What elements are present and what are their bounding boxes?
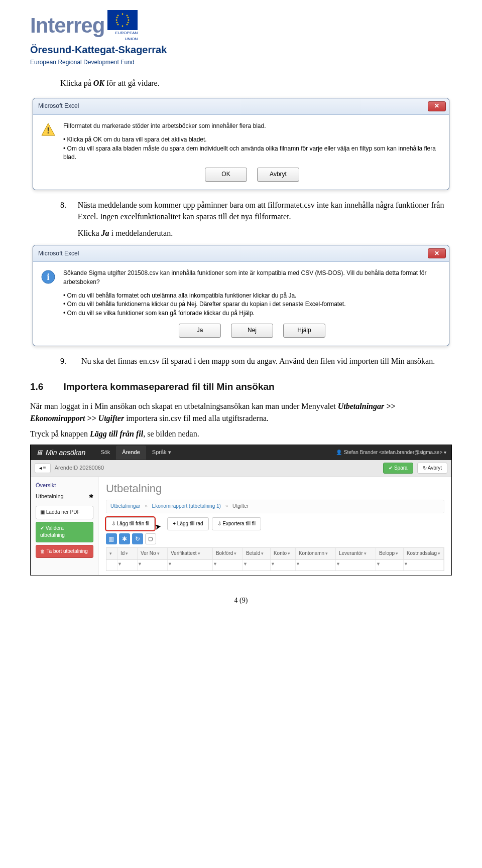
- yes-button[interactable]: Ja: [179, 324, 221, 337]
- sidebar-oversikt[interactable]: Översikt: [36, 482, 93, 490]
- col-bokford[interactable]: Bokförd: [216, 550, 233, 557]
- ok-emphasis: OK: [93, 79, 104, 87]
- svg-point-14: [128, 22, 129, 24]
- col-id[interactable]: Id: [120, 550, 125, 557]
- add-from-file-button[interactable]: ⇩ Lägg till från fil: [106, 517, 155, 531]
- app-subbar: ◂ ≡ ÄrendeID 20260060 ✔ Spara ↻ Avbryt: [31, 460, 451, 477]
- text: När man loggat in i Min ansökan och skap…: [30, 402, 338, 410]
- col-belopp[interactable]: Belopp: [379, 550, 395, 557]
- col-kontonamn[interactable]: Kontonamn: [299, 550, 324, 557]
- section-heading: 1.6 Importera kommaseparerad fil till Mi…: [30, 380, 452, 394]
- text: importera sin.csv fil med alla utgiftsra…: [124, 414, 269, 422]
- export-file-button[interactable]: ⇩ Exportera till fil: [212, 517, 261, 531]
- text: Klicka: [78, 229, 101, 237]
- section-para-2: Tryck på knappen Lägg till från fil, se …: [30, 428, 452, 440]
- breadcrumb-1[interactable]: Utbetalningar: [110, 503, 140, 509]
- tab-sok[interactable]: Sök: [94, 446, 116, 460]
- text: Tryck på knappen: [30, 429, 90, 438]
- arende-id: ÄrendeID 20260060: [55, 464, 104, 472]
- close-button[interactable]: ✕: [428, 101, 446, 111]
- filter-icon-button[interactable]: ▥: [106, 533, 117, 544]
- sidebar-utbetalning[interactable]: Utbetalning ✱: [36, 493, 93, 501]
- ok-button[interactable]: OK: [205, 168, 247, 181]
- cursor-icon: ➤: [154, 521, 162, 533]
- dialog-bullets: Klicka på OK om du bara vill spara det a…: [63, 135, 441, 162]
- svg-point-1: [122, 14, 124, 15]
- breadcrumb: Utbetalningar » Ekonomirapport (utbetaln…: [106, 500, 444, 513]
- funnel-icon[interactable]: ▼: [243, 561, 248, 566]
- user-menu[interactable]: 👤 Stefan Brander <stefan.brander@sigma.s…: [336, 449, 446, 457]
- funnel-icon[interactable]: ▼: [336, 561, 340, 566]
- help-button[interactable]: Hjälp: [283, 324, 325, 337]
- app-sidebar: Översikt Utbetalning ✱ ▣ Ladda ner PDF ✔…: [31, 477, 98, 574]
- dialog-message: Sökande Sigma utgifter 201508.csv kan in…: [63, 269, 441, 286]
- step-8: 8. Nästa meddelande som kommer upp påmin…: [60, 199, 452, 239]
- svg-point-6: [127, 15, 128, 17]
- clear-icon-button[interactable]: ▢: [145, 533, 156, 544]
- svg-point-5: [117, 15, 119, 17]
- funnel-icon[interactable]: ▼: [213, 561, 217, 566]
- breadcrumb-2[interactable]: Ekonomirapport (utbetalning 1): [152, 503, 221, 509]
- col-betald[interactable]: Betald: [246, 550, 260, 557]
- dialog-message: Filformatet du markerade stöder inte arb…: [63, 122, 441, 130]
- funnel-icon[interactable]: ▼: [376, 561, 381, 566]
- funnel-icon[interactable]: ▼: [271, 561, 275, 566]
- dialog-title: Microsoft Excel: [38, 102, 79, 110]
- breadcrumb-3: Utgifter: [232, 503, 249, 509]
- intro-text: Klicka på OK för att gå vidare.: [60, 77, 452, 89]
- grid-filter-row: ▼ ▼ ▼ ▼ ▼ ▼ ▼ ▼ ▼ ▼: [106, 560, 444, 571]
- save-button[interactable]: ✔ Spara: [383, 463, 413, 474]
- cancel-button[interactable]: ↻ Avbryt: [417, 463, 447, 474]
- delete-button[interactable]: 🗑 Ta bort utbetalning: [36, 545, 93, 558]
- col-verno[interactable]: Ver No: [141, 550, 156, 557]
- section-title: Importera kommaseparerad fil till Min an…: [63, 380, 274, 394]
- grid-header: ▾ Id▾ Ver No▾ Verifikattext▾ Bokförd▾ Be…: [106, 547, 444, 560]
- sidebar-item-label: Utbetalning: [36, 493, 64, 501]
- add-row-button[interactable]: + Lägg till rad: [167, 517, 208, 531]
- svg-text:!: !: [47, 126, 49, 135]
- svg-point-13: [116, 22, 118, 24]
- bullet-2: Om du vill behålla funktionerna klickar …: [63, 300, 441, 309]
- back-button[interactable]: ◂ ≡: [35, 463, 51, 474]
- dialog-bullets: Om du vill behålla formatet och utelämna…: [63, 292, 441, 318]
- validate-button[interactable]: ✔ Validera utbetalning: [36, 522, 93, 542]
- info-icon: i: [40, 269, 56, 285]
- funnel-icon[interactable]: ▼: [404, 561, 408, 566]
- warning-icon: !: [40, 122, 56, 138]
- svg-point-3: [116, 20, 117, 21]
- no-button[interactable]: Nej: [231, 324, 273, 337]
- cancel-button[interactable]: Avbryt: [257, 168, 299, 181]
- col-leverantor[interactable]: Leverantör: [339, 550, 363, 557]
- desktop-icon: 🖥: [36, 448, 43, 458]
- funnel-icon[interactable]: ▼: [138, 561, 142, 566]
- svg-point-2: [122, 26, 124, 27]
- star-icon: ✱: [89, 493, 93, 501]
- funnel-icon[interactable]: ▼: [168, 561, 172, 566]
- funnel-icon[interactable]: ▼: [296, 561, 300, 566]
- page-title: Utbetalning: [106, 481, 444, 497]
- logo-subtitle-1: Öresund-Kattegat-Skagerrak: [30, 43, 452, 57]
- close-button[interactable]: ✕: [428, 248, 446, 258]
- col-kostnadsslag[interactable]: Kostnadsslag: [407, 550, 437, 557]
- tab-arende[interactable]: Ärende: [116, 446, 146, 460]
- tab-sprak[interactable]: Språk ▾: [146, 446, 177, 460]
- col-veriftext[interactable]: Verifikattext: [171, 550, 197, 557]
- text: i meddelanderutan.: [109, 229, 173, 237]
- ja-emphasis: Ja: [101, 229, 109, 237]
- download-pdf-button[interactable]: ▣ Ladda ner PDF: [36, 506, 93, 519]
- funnel-icon[interactable]: ▼: [117, 561, 122, 566]
- page-number: 4 (9): [30, 596, 452, 606]
- refresh-icon-button[interactable]: ↻: [132, 533, 143, 544]
- col-konto[interactable]: Konto: [274, 550, 287, 557]
- svg-point-11: [116, 17, 118, 19]
- star-icon-button[interactable]: ✱: [119, 533, 130, 544]
- min-ansokan-app: 🖥 Min ansökan Sök Ärende Språk ▾ 👤 Stefa…: [30, 445, 452, 575]
- filter-toolbar: ▥ ✱ ↻ ▢: [106, 533, 444, 544]
- step-9: 9. Nu ska det finnas en.csv fil sparad i…: [60, 355, 452, 367]
- app-logo-text: Min ansökan: [46, 448, 85, 458]
- bullet-1: Om du vill behålla formatet och utelämna…: [63, 292, 441, 300]
- text: Klicka på: [60, 79, 93, 87]
- bullet-3: Om du vill se vilka funktioner som kan g…: [63, 309, 441, 318]
- dialog-titlebar: Microsoft Excel ✕: [33, 245, 449, 262]
- svg-rect-0: [107, 10, 138, 30]
